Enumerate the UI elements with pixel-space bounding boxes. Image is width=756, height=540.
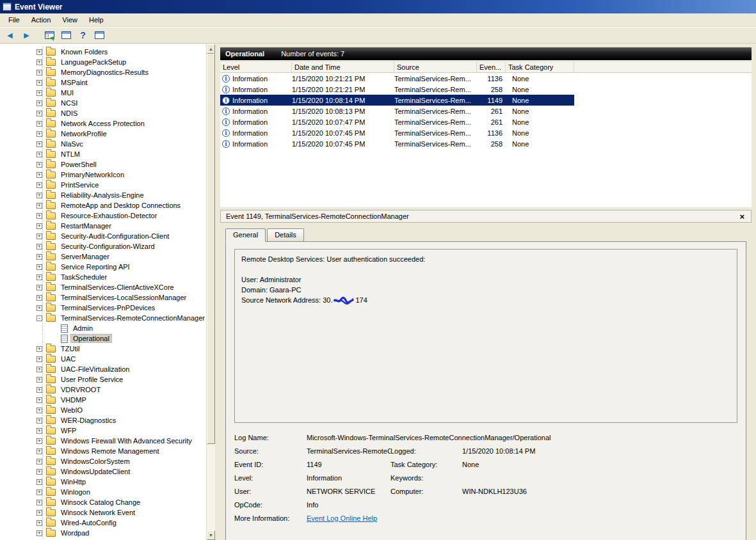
tree-scrollbar[interactable]: ▲ ▼ bbox=[206, 44, 215, 540]
tree-item[interactable]: + Network Access Protection bbox=[0, 118, 206, 129]
tree-item[interactable]: + WebIO bbox=[0, 405, 206, 415]
tree-item[interactable]: + TZUtil bbox=[0, 344, 206, 354]
back-button[interactable]: ◄ bbox=[3, 28, 17, 42]
expand-toggle-icon[interactable]: + bbox=[36, 162, 42, 168]
expand-toggle-icon[interactable]: + bbox=[36, 510, 42, 516]
expand-toggle-icon[interactable]: + bbox=[36, 530, 42, 536]
expand-toggle-icon[interactable]: + bbox=[36, 449, 42, 454]
expand-toggle-icon[interactable]: + bbox=[36, 469, 42, 475]
expand-toggle-icon[interactable]: + bbox=[36, 397, 42, 403]
event-row[interactable]: Information 1/15/2020 10:08:13 PM Termin… bbox=[220, 106, 574, 116]
tree-item[interactable]: + Windows Remote Management bbox=[0, 446, 206, 456]
expand-toggle-icon[interactable]: + bbox=[36, 428, 42, 434]
tree-item[interactable]: + UAC-FileVirtualization bbox=[0, 364, 206, 374]
tree-item[interactable]: + User Profile Service bbox=[0, 374, 206, 385]
properties-button[interactable] bbox=[59, 28, 74, 42]
column-header-event-id[interactable]: Even... bbox=[477, 62, 506, 72]
expand-toggle-icon[interactable] bbox=[51, 326, 57, 331]
tab-general[interactable]: General bbox=[225, 228, 266, 242]
tree-item[interactable]: + TerminalServices-LocalSessionManager bbox=[0, 292, 206, 303]
tree-item[interactable]: + Winsock Catalog Change bbox=[0, 497, 206, 507]
expand-toggle-icon[interactable]: + bbox=[36, 377, 42, 383]
expand-toggle-icon[interactable]: + bbox=[36, 387, 42, 393]
tree-item[interactable]: + RemoteApp and Desktop Connections bbox=[0, 200, 206, 210]
column-header-task-category[interactable]: Task Category bbox=[506, 62, 574, 72]
new-window-button[interactable] bbox=[92, 28, 107, 42]
tree-item[interactable]: + NDIS bbox=[0, 108, 206, 118]
help-button[interactable]: ? bbox=[76, 28, 90, 42]
expand-toggle-icon[interactable]: + bbox=[36, 479, 42, 485]
tree-item[interactable]: - TerminalServices-RemoteConnectionManag… bbox=[0, 313, 206, 323]
tree-item[interactable]: + NlaSvc bbox=[0, 139, 206, 149]
expand-toggle-icon[interactable]: + bbox=[36, 141, 42, 147]
expand-toggle-icon[interactable]: + bbox=[36, 418, 42, 424]
expand-toggle-icon[interactable]: + bbox=[36, 520, 42, 526]
menu-item[interactable]: Action bbox=[26, 15, 57, 25]
tree-item[interactable]: + TerminalServices-PnPDevices bbox=[0, 303, 206, 313]
expand-toggle-icon[interactable]: + bbox=[36, 408, 42, 413]
tree-item[interactable]: + Security-Audit-Configuration-Client bbox=[0, 231, 206, 241]
column-header-source[interactable]: Source bbox=[394, 62, 477, 72]
event-row[interactable]: Information 1/15/2020 10:21:21 PM Termin… bbox=[220, 73, 574, 84]
event-row[interactable]: Information 1/15/2020 10:07:47 PM Termin… bbox=[220, 116, 574, 127]
column-header-level[interactable]: Level bbox=[220, 62, 292, 72]
expand-toggle-icon[interactable]: + bbox=[36, 213, 42, 219]
tree-item[interactable]: + NCSI bbox=[0, 98, 206, 108]
expand-toggle-icon[interactable]: + bbox=[36, 111, 42, 116]
tree-item[interactable]: + VHDMP bbox=[0, 395, 206, 405]
tree-item[interactable]: + MSPaint bbox=[0, 77, 206, 88]
event-row[interactable]: Information 1/15/2020 10:21:21 PM Termin… bbox=[220, 84, 574, 95]
expand-toggle-icon[interactable]: + bbox=[36, 90, 42, 96]
expand-toggle-icon[interactable]: + bbox=[36, 367, 42, 372]
expand-toggle-icon[interactable]: + bbox=[36, 60, 42, 65]
tree-item[interactable]: + Windows Firewall With Advanced Securit… bbox=[0, 436, 206, 446]
scroll-thumb[interactable] bbox=[207, 54, 215, 444]
expand-toggle-icon[interactable]: + bbox=[36, 49, 42, 55]
expand-toggle-icon[interactable]: + bbox=[36, 80, 42, 86]
tree-item[interactable]: + WindowsUpdateClient bbox=[0, 466, 206, 477]
tree-item[interactable]: + Wordpad bbox=[0, 528, 206, 538]
tree-item[interactable]: + UAC bbox=[0, 354, 206, 364]
forward-button[interactable]: ► bbox=[19, 28, 34, 42]
expand-toggle-icon[interactable]: + bbox=[36, 203, 42, 209]
tree-item[interactable]: + Service Reporting API bbox=[0, 262, 206, 272]
event-row[interactable]: Information 1/15/2020 10:08:14 PM Termin… bbox=[220, 95, 574, 106]
tree-item[interactable]: Admin bbox=[0, 323, 206, 333]
tree-item[interactable]: + VDRVROOT bbox=[0, 385, 206, 395]
expand-toggle-icon[interactable]: + bbox=[36, 234, 42, 239]
tree-item[interactable]: + PrintService bbox=[0, 180, 206, 190]
tree-item[interactable]: + MemoryDiagnostics-Results bbox=[0, 67, 206, 77]
expand-toggle-icon[interactable]: + bbox=[36, 172, 42, 178]
tree-item[interactable]: + WER-Diagnostics bbox=[0, 415, 206, 425]
menu-item[interactable]: Help bbox=[83, 15, 109, 25]
expand-toggle-icon[interactable]: + bbox=[36, 305, 42, 311]
expand-toggle-icon[interactable]: + bbox=[36, 223, 42, 229]
tree-item[interactable]: + Wired-AutoConfig bbox=[0, 518, 206, 528]
tab-details[interactable]: Details bbox=[267, 228, 304, 241]
tree-item[interactable]: + RestartManager bbox=[0, 221, 206, 231]
tree-item[interactable]: + Known Folders bbox=[0, 47, 206, 57]
expand-toggle-icon[interactable]: + bbox=[36, 500, 42, 505]
show-console-tree-button[interactable] bbox=[42, 28, 57, 42]
menu-item[interactable]: File bbox=[3, 15, 26, 25]
tree-item[interactable]: + Reliability-Analysis-Engine bbox=[0, 190, 206, 200]
tree-item[interactable]: + TaskScheduler bbox=[0, 272, 206, 282]
expand-toggle-icon[interactable]: + bbox=[36, 274, 42, 280]
expand-toggle-icon[interactable]: + bbox=[36, 182, 42, 188]
expand-toggle-icon[interactable]: + bbox=[36, 131, 42, 137]
expand-toggle-icon[interactable]: + bbox=[36, 356, 42, 362]
tree-item[interactable]: + PowerShell bbox=[0, 159, 206, 170]
tree-item[interactable]: + Resource-Exhaustion-Detector bbox=[0, 210, 206, 221]
tree-item[interactable]: + PrimaryNetworkIcon bbox=[0, 170, 206, 180]
expand-toggle-icon[interactable]: + bbox=[36, 70, 42, 75]
menu-item[interactable]: View bbox=[56, 15, 83, 25]
expand-toggle-icon[interactable]: + bbox=[36, 459, 42, 465]
scroll-down-button[interactable]: ▼ bbox=[207, 530, 215, 540]
expand-toggle-icon[interactable]: + bbox=[36, 193, 42, 198]
expand-toggle-icon[interactable]: + bbox=[36, 254, 42, 260]
tree-item[interactable]: + ServerManager bbox=[0, 251, 206, 262]
tree-item[interactable]: + TerminalServices-ClientActiveXCore bbox=[0, 282, 206, 292]
column-header-date[interactable]: Date and Time bbox=[292, 62, 394, 72]
expand-toggle-icon[interactable]: + bbox=[36, 152, 42, 157]
event-row[interactable]: Information 1/15/2020 10:07:45 PM Termin… bbox=[220, 127, 574, 138]
